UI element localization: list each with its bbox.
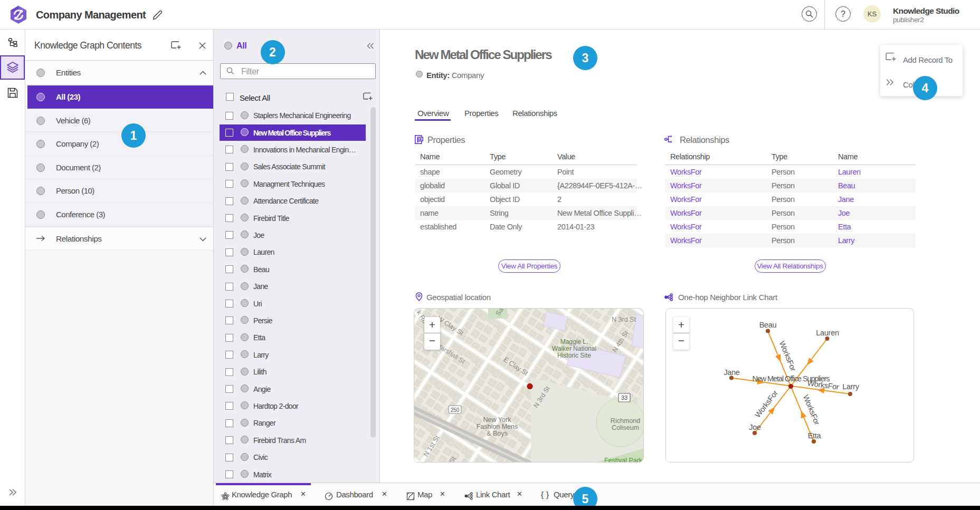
svg-text:Fashion Mens: Fashion Mens	[477, 423, 518, 430]
svg-text:WorksFor: WorksFor	[778, 340, 798, 372]
svg-text:Richmond: Richmond	[611, 417, 640, 425]
svg-text:& Boys: & Boys	[487, 430, 508, 437]
svg-text:Jane: Jane	[724, 368, 739, 377]
svg-text:WorksFor: WorksFor	[753, 389, 779, 419]
svg-text:Maggie L.: Maggie L.	[560, 338, 588, 345]
svg-text:33: 33	[621, 394, 627, 401]
svg-text:Coliseum: Coliseum	[612, 424, 639, 431]
svg-text:Walker National: Walker National	[552, 345, 596, 352]
svg-text:Historic Site: Historic Site	[557, 352, 591, 359]
svg-text:Joe: Joe	[749, 423, 761, 431]
svg-text:Beau: Beau	[759, 321, 777, 329]
svg-text:N 3rd St: N 3rd St	[612, 316, 636, 323]
svg-text:Festival Park: Festival Park	[604, 457, 643, 463]
svg-text:250: 250	[451, 407, 460, 413]
svg-text:WorksFor: WorksFor	[802, 393, 822, 426]
svg-text:Lauren: Lauren	[816, 329, 839, 337]
svg-text:Etta: Etta	[808, 431, 822, 440]
svg-text:New York: New York	[483, 416, 512, 424]
svg-text:Larry: Larry	[842, 382, 860, 391]
